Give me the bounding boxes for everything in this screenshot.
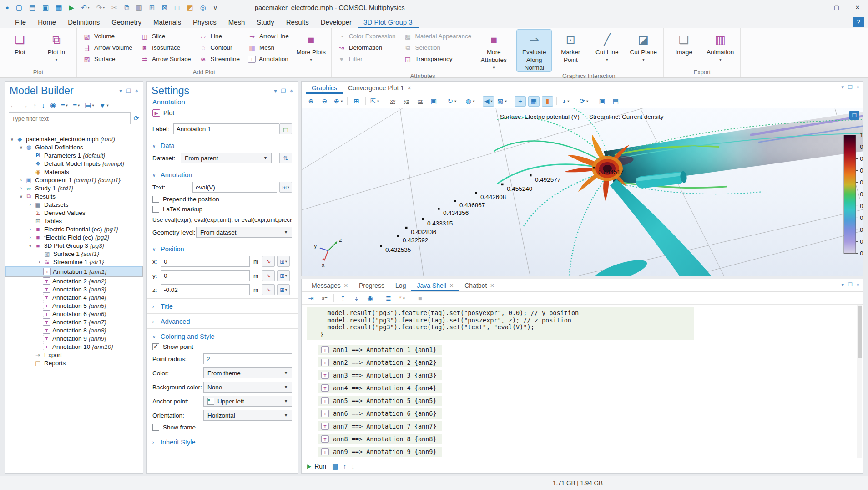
deselect-icon[interactable]: ◩	[187, 0, 193, 15]
panel-menu-icon[interactable]: ▾	[119, 88, 122, 94]
tree-item-component-1[interactable]: ›▣Component 1(comp1) {comp1}	[5, 176, 143, 184]
tree-item-parameters-1[interactable]: PiParameters 1{default}	[5, 151, 143, 159]
view-xz-icon[interactable]: xz	[414, 96, 426, 107]
history-up-icon[interactable]: ↑	[343, 463, 346, 470]
view-yz-icon[interactable]: yz	[401, 96, 412, 107]
clear-shell-icon[interactable]: *▾	[396, 293, 408, 303]
refresh-icon[interactable]: ⟳	[133, 114, 139, 122]
camera-view-icon[interactable]: ▣	[428, 96, 439, 107]
close-tab-icon[interactable]: ✕	[344, 283, 348, 289]
show-axes-icon[interactable]: +	[515, 96, 526, 107]
image-button[interactable]: ❑Image	[666, 30, 701, 56]
menu-tab-3d-plot-group-3[interactable]: 3D Plot Group 3	[358, 16, 419, 28]
text-expression-icon[interactable]: ⊞▾	[279, 182, 292, 193]
arrow-line-button[interactable]: ⇝Arrow Line	[245, 31, 292, 42]
new-file-icon[interactable]: ▢	[16, 0, 22, 15]
float-panel-icon[interactable]: ❐	[281, 88, 286, 94]
console-scrollbar[interactable]	[857, 305, 862, 458]
tree-item-tables[interactable]: ⊞Tables	[5, 217, 143, 225]
background-color-select[interactable]: None▼	[203, 382, 292, 393]
panel-menu-icon[interactable]: ▾	[274, 88, 277, 94]
arrow-surface-button[interactable]: ⇉Arrow Surface	[137, 53, 194, 65]
console-tab-chatbot[interactable]: Chatbot✕	[459, 281, 500, 291]
dataset-select[interactable]: From parent▼	[181, 153, 272, 163]
expand-all-icon[interactable]: ≡▾	[61, 102, 68, 109]
tree-expander-icon[interactable]: ›	[18, 178, 25, 183]
collapse-sections-icon[interactable]: ⇣	[351, 293, 362, 303]
isosurface-button[interactable]: ◙Isosurface	[137, 42, 194, 53]
select-box-icon[interactable]: ◻	[174, 0, 180, 15]
tree-item-electric-field--ec-[interactable]: ›■*Electric Field (ec){pg2}	[5, 233, 143, 241]
tree-expander-icon[interactable]: ›	[27, 235, 34, 240]
menu-tab-mesh[interactable]: Mesh	[222, 16, 251, 28]
expression-combo-icon[interactable]: ⊞▾	[277, 284, 290, 295]
annotation-text-input[interactable]	[192, 182, 277, 193]
menu-tab-study[interactable]: Study	[251, 16, 280, 28]
duplicate-icon[interactable]: ⊞	[149, 0, 155, 15]
zoom-out-icon[interactable]: ⊖	[319, 96, 330, 107]
java-shell-output[interactable]: model.result("pg3").feature(tag).set("po…	[302, 304, 856, 459]
section-coloring-style[interactable]: ∨Coloring and Style	[152, 333, 292, 340]
position-z-input[interactable]	[161, 284, 250, 295]
switch-dataset-icon[interactable]: ⇅	[279, 153, 292, 163]
arrow-volume-button[interactable]: ⇶Arrow Volume	[80, 42, 136, 53]
console-tab-progress[interactable]: Progress	[353, 281, 390, 291]
auto-show-icon[interactable]: ◉	[364, 293, 376, 303]
deformation-button[interactable]: ↝Deformation	[334, 42, 399, 53]
label-input[interactable]	[173, 123, 279, 134]
float-panel-icon[interactable]: ❐	[848, 84, 853, 90]
point-radius-input[interactable]	[203, 353, 292, 364]
undo-icon[interactable]: ↶▾	[81, 0, 90, 15]
volume-button[interactable]: ▧Volume	[80, 31, 136, 42]
cut-line-button[interactable]: ╱Cut Line▾	[590, 30, 624, 64]
tree-item-annotation-3[interactable]: TAnnotation 3{ann3}	[5, 285, 143, 293]
stop-icon[interactable]: ■	[414, 293, 426, 303]
pin-panel-icon[interactable]: ⌖	[857, 84, 859, 90]
tree-item-annotation-6[interactable]: TAnnotation 6{ann6}	[5, 310, 143, 318]
graphics-tab-convergence-plot-1[interactable]: Convergence Plot 1✕	[343, 83, 417, 94]
position-y-input[interactable]	[161, 270, 250, 281]
collapse-all-icon[interactable]: ≡▾	[73, 102, 80, 109]
mesh-button[interactable]: ▦Mesh	[245, 42, 292, 53]
detach-view-icon[interactable]: ❐	[849, 111, 859, 120]
graphics-tab-graphics[interactable]: Graphics	[306, 83, 343, 94]
expression-combo-icon[interactable]: ⊞▾	[277, 256, 290, 267]
sound-icon[interactable]: ◀▾	[483, 96, 494, 107]
tree-expander-icon[interactable]: ∨	[27, 243, 34, 248]
pin-panel-icon[interactable]: ⌖	[135, 88, 138, 94]
select-lines-icon[interactable]: ≣	[383, 293, 394, 303]
tree-item-annotation-8[interactable]: TAnnotation 8{ann8}	[5, 326, 143, 334]
tree-item-annotation-7[interactable]: TAnnotation 7{ann7}	[5, 318, 143, 326]
tree-item-results[interactable]: ∨⧉Results	[5, 192, 143, 200]
delete-icon[interactable]: ⊠	[161, 0, 167, 15]
pin-panel-icon[interactable]: ⌖	[290, 88, 293, 94]
forward-icon[interactable]: →	[21, 102, 28, 109]
show-values-icon[interactable]: a=	[319, 293, 330, 303]
command-input-icon[interactable]: ▤	[332, 463, 338, 470]
more-plots-button[interactable]: ■More Plots▾	[294, 30, 328, 64]
console-tab-messages[interactable]: Messages✕	[306, 281, 353, 291]
expression-combo-icon[interactable]: ⊞▾	[277, 270, 290, 281]
menu-tab-home[interactable]: Home	[32, 16, 62, 28]
tree-item-reports[interactable]: ▤Reports	[5, 359, 143, 367]
tree-expander-icon[interactable]: ∨	[18, 145, 25, 150]
menu-tab-physics[interactable]: Physics	[187, 16, 222, 28]
run-icon[interactable]: ▶	[69, 0, 75, 15]
log-file-icon[interactable]: ⇥	[305, 293, 317, 303]
maximize-button[interactable]: ▢	[826, 0, 847, 15]
zoom-extents-icon[interactable]: ⊞	[351, 96, 362, 107]
menu-tab-definitions[interactable]: Definitions	[62, 16, 106, 28]
tree-item-datasets[interactable]: ›▦Datasets	[5, 200, 143, 209]
pin-panel-icon[interactable]: ⌖	[857, 282, 859, 288]
tree-item-derived-values[interactable]: ΣDerived Values	[5, 209, 143, 217]
close-tab-icon[interactable]: ✕	[407, 85, 411, 91]
range-icon[interactable]: ∿	[262, 284, 275, 295]
plot-settings-button[interactable]: Plot	[163, 109, 174, 117]
history-down-icon[interactable]: ↓	[351, 463, 354, 470]
tree-expander-icon[interactable]: ›	[27, 227, 34, 232]
print-icon[interactable]: ▤	[610, 96, 621, 107]
show-icon[interactable]: ◉	[50, 101, 56, 109]
slice-button[interactable]: ◫Slice	[137, 31, 194, 42]
line-button[interactable]: ▱Line	[196, 31, 243, 42]
menu-tab-results[interactable]: Results	[280, 16, 315, 28]
